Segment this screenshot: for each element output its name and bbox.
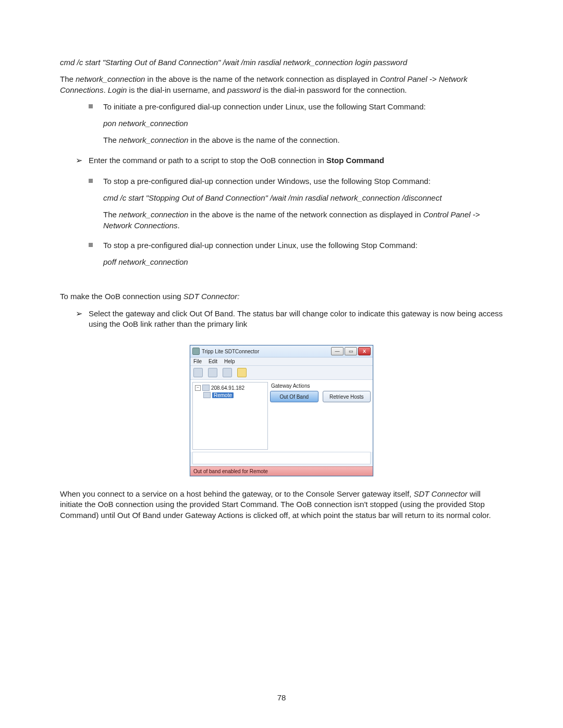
arrow-bullet-icon: ➢ [76,309,82,319]
body-text: Enter the command or path to a script to… [89,155,503,166]
gateway-actions-panel: Gateway Actions Out Of Band Retrieve Hos… [270,382,371,450]
text: . [103,85,107,94]
tree-expand-icon[interactable]: − [195,385,201,391]
tree-label: 208.64.91.182 [211,385,244,391]
tree-node-host[interactable]: Remote [203,392,265,398]
tree-label-selected: Remote [212,392,234,398]
body-text: Select the gateway and click Out Of Band… [89,309,503,330]
menu-edit[interactable]: Edit [209,359,217,364]
text: . [178,221,180,230]
app-window: Tripp Lite SDTConnector — ▭ X File Edit … [190,345,373,476]
text-italic: SDT Connector [413,489,467,498]
square-bullet-icon [89,179,93,183]
toolbar-icon[interactable] [237,368,247,377]
square-bullet-icon [89,104,93,108]
toolbar-icon[interactable] [193,368,203,377]
toolbar [190,366,373,380]
text-italic: network_connection [119,135,188,144]
square-bullet-icon [89,243,93,247]
text: When you connect to a service on a host … [60,489,413,498]
gateway-icon [202,385,210,391]
host-icon [203,392,211,398]
text: The [103,135,119,144]
maximize-button[interactable]: ▭ [345,347,357,355]
text: The [60,75,76,83]
app-icon [192,348,200,355]
body-text: The network_connection in the above is t… [103,135,503,145]
text: The [103,210,119,219]
bullet-item: To stop a pre-configured dial-up connect… [89,176,503,237]
command-text: cmd /c start "Stopping Out of Band Conne… [103,193,503,203]
text: is the dial-in username, and [127,85,227,94]
toolbar-icon[interactable] [223,368,232,377]
text: in the above is the name of the network … [188,210,423,219]
tree-node-gateway[interactable]: − 208.64.91.182 [195,385,265,391]
retrieve-hosts-button[interactable]: Retrieve Hosts [323,391,371,402]
command-text: cmd /c start "Starting Out of Band Conne… [60,57,503,68]
body-text: When you connect to a service on a host … [60,489,503,521]
body-text: To stop a pre-configured dial-up connect… [103,240,503,251]
embedded-screenshot: Tripp Lite SDTConnector — ▭ X File Edit … [60,345,503,476]
bullet-item: To initiate a pre-configured dial-up con… [89,102,503,152]
text-bold: Stop Command [326,156,384,165]
menu-bar: File Edit Help [190,357,373,366]
text-italic: password [227,85,261,94]
arrow-bullet-item: ➢ Select the gateway and click Out Of Ba… [76,309,503,336]
body-text: To initiate a pre-configured dial-up con… [103,102,503,112]
body-text: To stop a pre-configured dial-up connect… [103,176,503,187]
minimize-button[interactable]: — [331,347,344,355]
lower-panel [192,452,371,464]
out-of-band-button[interactable]: Out Of Band [270,391,319,402]
panel-heading: Gateway Actions [271,383,371,389]
text: in the above is the name of the connecti… [188,135,339,144]
body-text: The network_connection in the above is t… [60,74,503,95]
text: To make the OoB connection using [60,292,183,301]
window-title: Tripp Lite SDTConnector [202,349,259,354]
status-bar: Out of band enabled for Remote [190,466,373,476]
close-button[interactable]: X [358,347,371,355]
menu-help[interactable]: Help [224,359,235,364]
window-titlebar: Tripp Lite SDTConnector — ▭ X [190,346,373,357]
arrow-bullet-icon: ➢ [76,155,82,166]
menu-file[interactable]: File [193,359,202,364]
page-number: 78 [0,693,563,702]
gateway-tree[interactable]: − 208.64.91.182 Remote [192,382,268,450]
document-page: cmd /c start "Starting Out of Band Conne… [0,0,563,728]
text: is the dial-in password for the connecti… [261,85,407,94]
text: Enter the command or path to a script to… [89,156,326,165]
text-italic: Login [108,85,127,94]
bullet-item: To stop a pre-configured dial-up connect… [89,240,503,274]
command-text: poff network_connection [103,257,503,267]
text-italic: network_connection [119,210,188,219]
toolbar-icon[interactable] [208,368,217,377]
command-text: pon network_connection [103,118,503,129]
text: in the above is the name of the network … [145,75,380,83]
text-italic: SDT Connector: [183,292,240,301]
arrow-bullet-item: ➢ Enter the command or path to a script … [76,155,503,172]
body-text: To make the OoB connection using SDT Con… [60,291,503,302]
body-text: The network_connection in the above is t… [103,209,503,231]
text-italic: network_connection [76,75,145,83]
